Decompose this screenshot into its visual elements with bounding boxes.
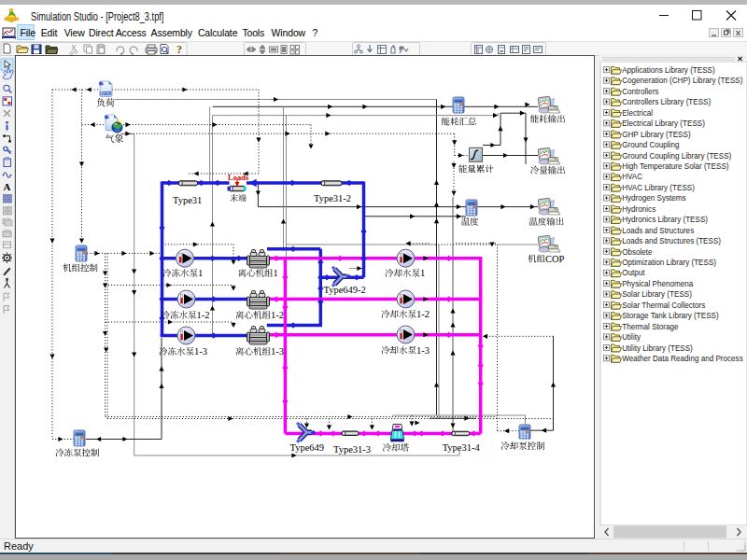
svg-text:1-2: 1-2 [197,310,210,320]
svg-text:Hydronics: Hydronics [622,204,655,214]
svg-text:Thermal Storage: Thermal Storage [622,322,678,331]
svg-text:1-3: 1-3 [271,346,284,357]
svg-text:Type649: Type649 [290,442,325,453]
svg-text:A: A [4,181,11,192]
svg-text:Output: Output [622,268,645,277]
svg-text:1: 1 [198,268,203,278]
svg-text:1-2: 1-2 [271,310,284,320]
svg-text:USER: USER [100,91,112,96]
svg-text:1: 1 [274,268,278,278]
svg-text:HVAC: HVAC [622,172,642,181]
svg-text:HVAC Library (TESS): HVAC Library (TESS) [622,183,695,192]
svg-text:Applications Library (TESS): Applications Library (TESS) [622,65,715,75]
svg-text:Solar Thermal Collectors: Solar Thermal Collectors [622,301,705,310]
svg-text:Type31-4: Type31-4 [443,442,481,453]
svg-text:Utility: Utility [622,332,641,342]
svg-text:High Temperature Solar (TESS): High Temperature Solar (TESS) [622,161,728,171]
svg-text:Ground Coupling Library (TESS): Ground Coupling Library (TESS) [622,151,731,161]
svg-text:Controllers Library (TESS): Controllers Library (TESS) [622,97,711,106]
svg-text:Utility Library (TESS): Utility Library (TESS) [622,343,693,353]
svg-text:Ground Coupling: Ground Coupling [622,140,679,149]
svg-text:Electrical Library (TESS): Electrical Library (TESS) [622,119,705,128]
svg-text:GHP Library (TESS): GHP Library (TESS) [622,130,691,139]
svg-text:1-3: 1-3 [194,346,207,357]
svg-text:Loads: Loads [228,173,249,182]
svg-text:1-3: 1-3 [416,345,430,356]
svg-text:1: 1 [420,268,425,278]
svg-text:Hydronics Library (TESS): Hydronics Library (TESS) [622,215,708,224]
svg-text:Type31: Type31 [173,195,202,205]
svg-text:Controllers: Controllers [622,87,658,96]
svg-text:?: ? [176,43,182,56]
svg-text:Type31-3: Type31-3 [333,444,371,455]
svg-text:Storage Tank Library (TESS): Storage Tank Library (TESS) [622,311,719,320]
svg-text:Loads and Structures: Loads and Structures [622,226,694,235]
svg-text:COP: COP [545,254,565,264]
svg-text:Weather Data Reading and Proce: Weather Data Reading and Process [622,354,743,363]
svg-text:Type649-2: Type649-2 [324,285,366,295]
svg-text:Solar Library (TESS): Solar Library (TESS) [622,289,692,299]
svg-text:Electrical: Electrical [622,108,653,118]
svg-text:Optimization Library (TESS): Optimization Library (TESS) [622,258,716,267]
svg-text:Loads and Structures (TESS): Loads and Structures (TESS) [622,236,721,245]
svg-text:Obsolete: Obsolete [622,247,653,257]
svg-text:Hydrogen Systems: Hydrogen Systems [622,193,685,203]
svg-text:Type31-2: Type31-2 [314,193,351,203]
svg-text:Cogeneration (CHP) Library (TE: Cogeneration (CHP) Library (TESS) [622,76,742,85]
svg-text:Physical Phenomena: Physical Phenomena [622,279,693,288]
svg-text:1-2: 1-2 [416,309,430,319]
